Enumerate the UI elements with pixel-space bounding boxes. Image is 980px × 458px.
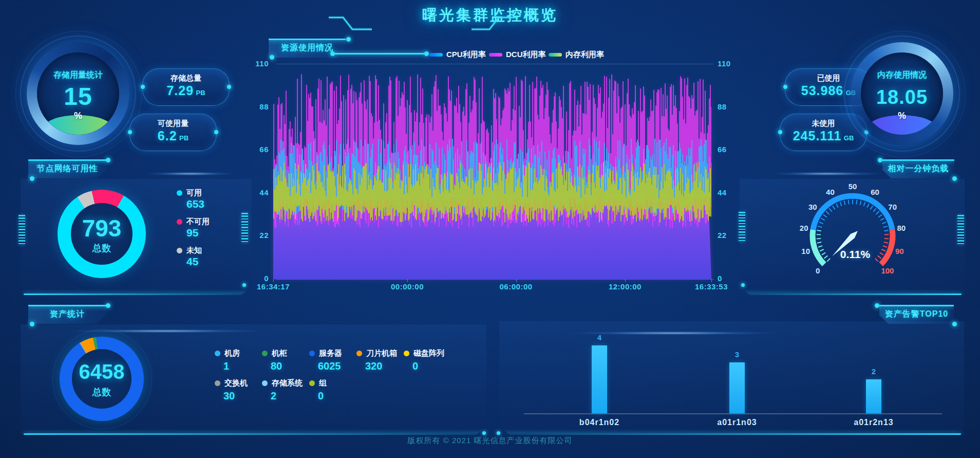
pill-value: 53.986 (801, 83, 843, 98)
legend-label-row: 服务器 (309, 349, 356, 358)
pill-value: 245.111 (793, 129, 842, 143)
gauge-tick (882, 222, 886, 224)
asset-legend-item[interactable]: 存储系统2 (262, 378, 309, 402)
legend-dot-icon (404, 351, 409, 356)
legend-dot-icon (215, 351, 220, 356)
gauge-tick (884, 230, 888, 231)
asset-legend-item[interactable]: 机房1 (215, 349, 262, 372)
legend-label: 服务器 (319, 349, 342, 358)
gauge-tick (817, 239, 821, 239)
legend-value: 1 (215, 360, 262, 372)
legend-value: 0 (404, 360, 451, 372)
legend-label: 交换机 (224, 378, 248, 388)
gauge-tick-label: 90 (895, 247, 904, 255)
x-axis-line (276, 279, 714, 280)
corner-dot (482, 431, 486, 435)
y-axis-label: 110 (718, 59, 762, 68)
asset-legend-item[interactable]: 机柜80 (262, 349, 309, 372)
legend-label-row: 不可用 (177, 217, 210, 227)
asset-legend-item[interactable]: 交换机30 (215, 378, 262, 402)
asset-total-label: 总数 (60, 386, 144, 398)
legend-label: 刀片机箱 (366, 349, 397, 358)
gauge-tick-label: 40 (826, 188, 835, 196)
legend-dot-icon (262, 351, 268, 356)
pill-value: 6.2 (158, 129, 177, 143)
gauge-tick (817, 242, 821, 243)
legend-label-row: 组 (309, 378, 356, 388)
corner-dot (878, 158, 882, 162)
legend-value: 2 (262, 390, 309, 402)
legend-label: 不可用 (186, 217, 210, 227)
legend-dot-icon (309, 351, 315, 356)
gauge-tick (870, 206, 873, 209)
pill-label: 可使用量 (130, 119, 216, 129)
corner-dot (952, 322, 957, 326)
gauge-tick-label: 20 (800, 224, 808, 232)
legend-label: 可用 (186, 188, 202, 198)
legend-label-row: 未知 (177, 246, 210, 255)
asset-legend-item[interactable]: 磁盘阵列0 (404, 349, 451, 372)
y-axis-label: 88 (224, 102, 269, 111)
legend-label-row: 机柜 (262, 349, 309, 358)
gauge-tick (818, 226, 822, 227)
barcode-decoration (241, 213, 248, 243)
legend-value: 45 (177, 255, 210, 268)
legend-dot-icon (177, 219, 182, 225)
gauge-tick-label: 0 (816, 266, 820, 275)
line-end-dot (424, 51, 429, 56)
section-title-alarm-top10: 资产告警TOP10 (879, 305, 954, 324)
gauge-tick (818, 246, 822, 247)
corner-dot (952, 176, 957, 181)
gauge-tick (856, 200, 857, 204)
line-end-dot (330, 51, 335, 56)
node-total-label: 总数 (58, 242, 146, 254)
asset-total-value: 6458 (60, 360, 144, 383)
legend-value: 30 (215, 390, 262, 402)
legend-label: 机房 (224, 349, 240, 358)
dashboard-root: 曙光集群监控概览 存储用量统计 15 % 存储总量 7.29 PB 可使用量 6… (0, 0, 980, 458)
gauge-tick-label: 60 (871, 188, 879, 196)
pill-unit: PB (196, 89, 205, 97)
asset-stats-legend: 机房1机柜80服务器6025刀片机箱320磁盘阵列0交换机30存储系统2组0 (215, 349, 451, 402)
legend-label-row: 存储系统 (262, 378, 309, 388)
legend-label-row: 刀片机箱 (356, 349, 404, 358)
section-title-node-availability: 节点网络可用性 (28, 159, 106, 178)
corner-dot (106, 303, 110, 308)
gauge-tick (884, 242, 888, 243)
node-legend-item[interactable]: 不可用95 (177, 217, 210, 239)
legend-label: 组 (319, 378, 327, 388)
node-legend-item[interactable]: 可用653 (177, 188, 210, 210)
x-axis-label: 00:00:00 (376, 282, 438, 291)
legend-value: 653 (177, 198, 210, 210)
gauge-face: 内存使用情况 18.05 % (861, 52, 943, 135)
asset-legend-item[interactable]: 服务器6025 (309, 349, 356, 372)
legend-dot-icon (177, 248, 182, 253)
asset-legend-item[interactable]: 组0 (309, 378, 356, 402)
legend-item-dcu[interactable]: DCU利用率 (489, 50, 546, 59)
cpu-series-icon (429, 53, 443, 57)
node-legend-item[interactable]: 未知45 (177, 246, 210, 268)
pill-value: 7.29 (166, 83, 194, 98)
gauge-tick (876, 211, 879, 214)
gauge-tick (836, 204, 838, 208)
legend-label-row: 交换机 (215, 378, 262, 388)
storage-available-pill: 可使用量 6.2 PB (129, 114, 217, 151)
legend-item-cpu[interactable]: CPU利用率 (429, 50, 486, 59)
gauge-tick (823, 215, 827, 217)
gauge-tick-label: 70 (888, 203, 897, 211)
corner-dot (242, 283, 246, 287)
asset-legend-item[interactable]: 刀片机箱320 (356, 349, 404, 372)
gauge-tick-label: 50 (849, 182, 857, 191)
pill-unit: PB (179, 134, 189, 142)
gauge-tick (826, 211, 829, 214)
x-axis-label: 16:34:17 (242, 282, 304, 291)
gauge-tick (867, 204, 869, 208)
y-axis-label: 110 (224, 59, 269, 68)
copyright-footer: 版权所有 © 2021 曙光信息产业股份有限公司 (0, 436, 980, 446)
load-gauge-value: 0.11% (822, 248, 889, 261)
legend-dot-icon (177, 190, 182, 196)
legend-item-memory[interactable]: 内存利用率 (549, 50, 604, 59)
gauge-tick (883, 226, 888, 227)
barcode-decoration (957, 215, 964, 245)
gauge-title: 存储用量统计 (37, 70, 119, 81)
